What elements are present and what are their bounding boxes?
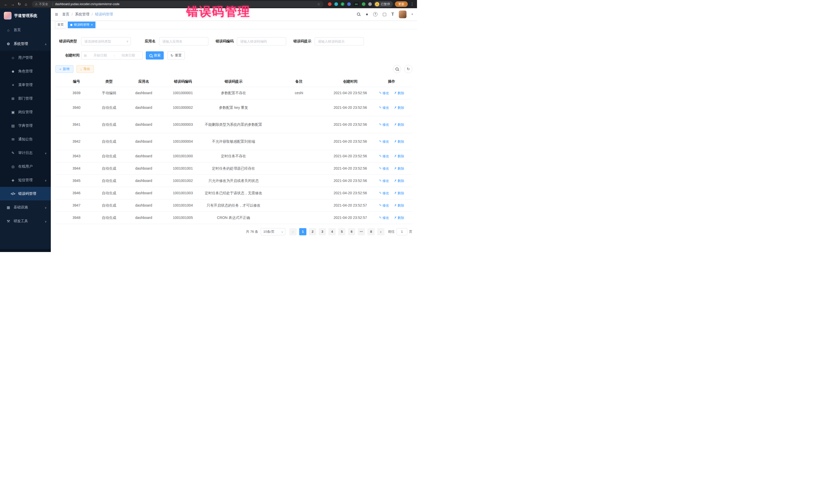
browser-profile-chip[interactable]: ☺ 已暂停	[374, 1, 393, 7]
sidebar-item-posts[interactable]: ▣ 岗位管理	[0, 105, 51, 119]
search-button[interactable]: 搜索	[146, 51, 164, 60]
sidebar-item-dictionaries[interactable]: ▤ 字典管理	[0, 119, 51, 132]
sidebar-item-dev-tools[interactable]: ⚒ 研发工具	[0, 214, 51, 228]
fullscreen-icon[interactable]: ▢	[382, 12, 387, 17]
page-button[interactable]: 6	[348, 228, 355, 235]
cell-remark	[268, 187, 330, 199]
user-avatar[interactable]	[399, 10, 407, 18]
delete-link[interactable]: ✗ 删除	[394, 166, 404, 171]
tab-home[interactable]: 首页	[55, 22, 66, 28]
address-bar[interactable]: ⚠ 不安全 dashboard.yudao.iocoder.cn/system/…	[32, 1, 323, 7]
users-extension-icon[interactable]	[347, 2, 351, 6]
delete-link[interactable]: ✗ 删除	[394, 203, 404, 208]
edit-link[interactable]: ✎ 修改	[379, 203, 389, 208]
add-button[interactable]: + 新增	[56, 65, 73, 73]
font-size-icon[interactable]: T	[391, 12, 394, 17]
page-button[interactable]: 5	[338, 228, 345, 235]
export-button[interactable]: ↓ 导出	[76, 65, 94, 73]
error-code-input[interactable]	[237, 37, 286, 45]
record-extension-icon[interactable]	[328, 2, 332, 6]
reset-button[interactable]: ↻ 重置	[167, 51, 185, 60]
error-type-input[interactable]	[81, 37, 131, 45]
sidebar-item-system[interactable]: ⚙ 系统管理	[0, 37, 51, 51]
page-size-select[interactable]: 10条/页 ∨	[261, 228, 285, 235]
sidebar-item-departments[interactable]: ⊞ 部门管理	[0, 92, 51, 105]
app-name-input[interactable]	[159, 37, 208, 45]
hamburger-icon[interactable]: ≡	[55, 11, 58, 18]
sidebar-item-notices[interactable]: ✉ 通知公告	[0, 132, 51, 146]
sidebar-item-users[interactable]: ☺ 用户管理	[0, 51, 51, 64]
reload-icon[interactable]: ↻	[16, 2, 23, 6]
check-icon[interactable]: ✓	[341, 2, 344, 6]
error-type-select[interactable]: ∨	[81, 37, 131, 45]
page-button[interactable]: 3	[319, 228, 326, 235]
prev-icon[interactable]: ‹	[289, 228, 297, 235]
error-hint-input[interactable]	[314, 37, 364, 45]
sidebar-item-menus[interactable]: ≡ 菜单管理	[0, 78, 51, 92]
star-icon[interactable]: ☆	[317, 2, 320, 6]
caret-down-icon[interactable]: ▾	[411, 13, 413, 16]
delete-link[interactable]: ✗ 删除	[394, 105, 404, 110]
browser-home-icon[interactable]: ⌂	[23, 2, 29, 6]
delete-link[interactable]: ✗ 删除	[394, 139, 404, 144]
back-icon[interactable]: ←	[3, 2, 9, 6]
kebab-menu-icon[interactable]: ⋮	[410, 2, 414, 6]
edit-link[interactable]: ✎ 修改	[379, 105, 389, 110]
page-button[interactable]: 2	[309, 228, 316, 235]
sidebar-item-sms[interactable]: ◈ 短信管理	[0, 173, 51, 187]
sidebar-item-audit-log[interactable]: ✎ 审计日志	[0, 146, 51, 160]
edit-link[interactable]: ✎ 修改	[379, 215, 389, 220]
next-icon[interactable]: ›	[377, 228, 385, 235]
delete-link[interactable]: ✗ 删除	[394, 90, 404, 96]
sidebar-item-roles[interactable]: ☻ 角色管理	[0, 64, 51, 78]
page-button[interactable]: 4	[328, 228, 336, 235]
help-icon[interactable]: ?	[373, 12, 377, 17]
sidebar-item-infrastructure[interactable]: ▦ 基础设施	[0, 200, 51, 214]
delete-link[interactable]: ✗ 删除	[394, 122, 404, 127]
on-badge[interactable]: on	[354, 2, 359, 6]
close-icon[interactable]: ×	[91, 23, 93, 26]
update-button[interactable]: 更新	[395, 1, 408, 7]
tab-error-code[interactable]: 错误码管理 ×	[68, 22, 95, 28]
puzzle-icon[interactable]	[368, 2, 372, 6]
delete-link[interactable]: ✗ 删除	[394, 178, 404, 183]
delete-label: 删除	[397, 105, 404, 110]
refresh-icon[interactable]: ↻	[404, 65, 412, 73]
edit-link[interactable]: ✎ 修改	[379, 122, 389, 127]
sidebar-logo[interactable]: 芋道管理系统	[0, 8, 51, 23]
leaf-extension-icon[interactable]	[362, 2, 366, 6]
edit-icon: ✎	[379, 105, 381, 110]
delete-link[interactable]: ✗ 删除	[394, 215, 404, 220]
github-icon[interactable]: ●	[366, 12, 368, 17]
search-icon[interactable]	[357, 12, 361, 17]
sidebar-item-home[interactable]: ⌂ 首页	[0, 23, 51, 37]
date-range-picker[interactable]: ⊞ 开始日期 - 结束日期	[81, 51, 143, 60]
start-date-placeholder[interactable]: 开始日期	[89, 53, 112, 58]
edit-link[interactable]: ✎ 修改	[379, 139, 389, 144]
page-button[interactable]: 8	[368, 228, 375, 235]
edit-icon: ✎	[379, 191, 381, 196]
page-button[interactable]: 1	[299, 228, 306, 235]
page-button[interactable]: ⋯	[358, 228, 365, 235]
cell-type: 自动生成	[97, 175, 120, 187]
cell-code: 1001001003	[167, 187, 199, 199]
edit-link[interactable]: ✎ 修改	[379, 191, 389, 196]
forward-icon[interactable]: →	[9, 2, 16, 6]
goto-page-input[interactable]	[396, 228, 407, 235]
delete-link[interactable]: ✗ 删除	[394, 191, 404, 196]
edit-link[interactable]: ✎ 修改	[379, 153, 389, 159]
table-row: 3945 自动生成 dashboard 1001001002 只允许修改为开启或…	[56, 175, 412, 187]
edit-link[interactable]: ✎ 修改	[379, 178, 389, 183]
breadcrumb-system[interactable]: 系统管理	[75, 12, 89, 17]
edit-label: 修改	[382, 203, 389, 208]
colorpicker-extension-icon[interactable]	[334, 2, 338, 6]
sidebar-item-error-code[interactable]: </> 错误码管理	[0, 187, 51, 200]
edit-link[interactable]: ✎ 修改	[379, 166, 389, 171]
sidebar-item-online-users[interactable]: ◎ 在线用户	[0, 160, 51, 173]
edit-link[interactable]: ✎ 修改	[379, 90, 389, 96]
delete-link[interactable]: ✗ 删除	[394, 153, 404, 159]
cell-app: dashboard	[120, 116, 167, 133]
show-search-button[interactable]	[393, 65, 401, 73]
breadcrumb-home[interactable]: 首页	[62, 12, 69, 17]
end-date-placeholder[interactable]: 结束日期	[117, 53, 140, 58]
